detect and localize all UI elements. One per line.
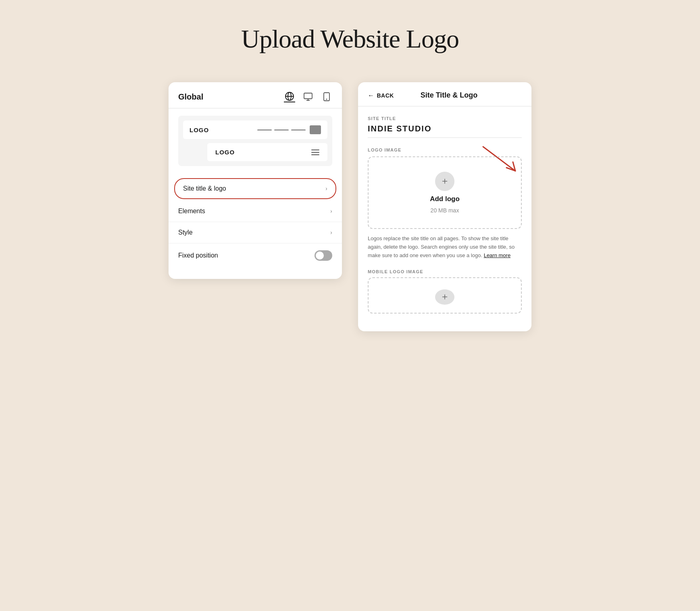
right-panel: ← BACK Site Title & Logo SITE TITLE INDI… <box>358 82 531 331</box>
preview-bottom-bar: LOGO <box>207 143 327 161</box>
right-panel-header: ← BACK Site Title & Logo <box>358 82 531 106</box>
add-logo-icon: + <box>435 172 454 191</box>
left-panel-header: Global <box>169 82 342 102</box>
preview-logo-bottom: LOGO <box>215 149 235 156</box>
fixed-position-label: Fixed position <box>178 252 218 259</box>
divider <box>169 108 342 108</box>
hamburger-icon <box>311 150 319 155</box>
preview-logo-top: LOGO <box>190 127 209 133</box>
globe-icon[interactable] <box>284 91 295 102</box>
preview-top-bar: LOGO <box>183 121 327 139</box>
desktop-icon[interactable] <box>302 91 314 102</box>
elements-label: Elements <box>178 208 205 215</box>
mobile-logo-upload-box[interactable]: + <box>368 277 522 314</box>
nav-square <box>310 125 321 134</box>
elements-chevron: › <box>330 208 332 215</box>
mobile-icon[interactable] <box>321 91 332 102</box>
fixed-position-toggle[interactable] <box>315 250 332 261</box>
left-panel: Global <box>169 82 342 279</box>
logo-upload-box[interactable]: + Add logo 20 MB max <box>368 156 522 229</box>
svg-rect-3 <box>304 93 312 99</box>
site-title-label: Site title & logo <box>183 185 226 192</box>
size-limit: 20 MB max <box>431 207 459 214</box>
back-arrow-icon: ← <box>368 92 375 99</box>
right-panel-title: Site Title & Logo <box>400 91 498 100</box>
device-icons <box>284 91 332 102</box>
back-label: BACK <box>377 92 394 99</box>
nav-line-2 <box>274 129 289 131</box>
menu-item-site-title[interactable]: Site title & logo › <box>174 178 336 199</box>
toggle-thumb <box>316 251 324 260</box>
logo-image-label: LOGO IMAGE <box>368 148 522 152</box>
logo-image-section: LOGO IMAGE + Add logo 20 MB max <box>368 148 522 229</box>
back-button[interactable]: ← BACK <box>368 92 394 99</box>
mobile-logo-label: MOBILE LOGO IMAGE <box>368 269 522 274</box>
style-label: Style <box>178 229 193 236</box>
menu-item-fixed-position[interactable]: Fixed position <box>169 243 342 268</box>
menu-item-style[interactable]: Style › <box>169 222 342 243</box>
add-logo-label: Add logo <box>430 195 460 203</box>
menu-items: Site title & logo › Elements › Style › F… <box>169 173 342 271</box>
site-title-chevron: › <box>325 185 327 192</box>
menu-item-elements[interactable]: Elements › <box>169 201 342 222</box>
site-title-field-label: SITE TITLE <box>368 116 522 121</box>
add-mobile-logo-icon: + <box>435 289 454 305</box>
style-chevron: › <box>330 229 332 236</box>
page-title: Upload Website Logo <box>241 24 459 54</box>
site-title-value: INDIE STUDIO <box>368 124 522 138</box>
nav-line-3 <box>291 129 306 131</box>
nav-line-1 <box>257 129 272 131</box>
left-panel-title: Global <box>178 92 203 102</box>
preview-nav <box>257 125 321 134</box>
panels-container: Global <box>128 82 572 331</box>
preview-area: LOGO LOGO <box>178 116 332 166</box>
right-panel-body: SITE TITLE INDIE STUDIO LOGO IMAGE + Add… <box>358 106 531 323</box>
info-text: Logos replace the site title on all page… <box>368 235 522 260</box>
learn-more-link[interactable]: Learn more <box>484 252 510 258</box>
